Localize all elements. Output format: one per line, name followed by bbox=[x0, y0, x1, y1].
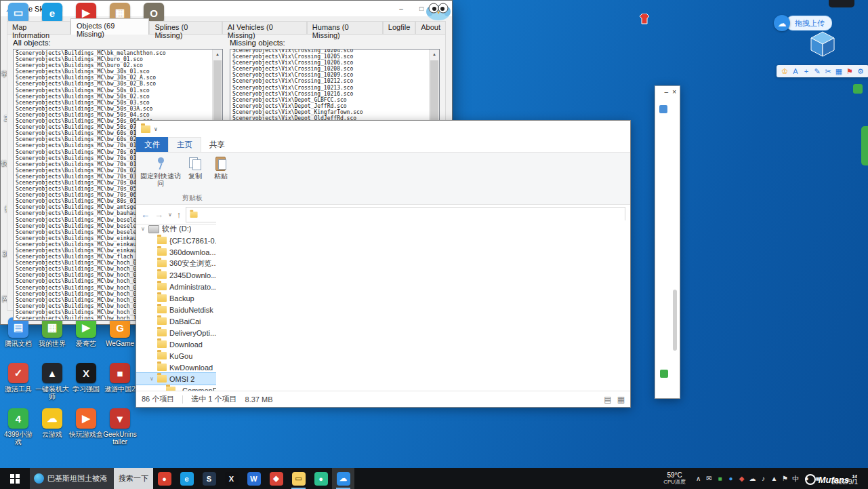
tree-item[interactable]: Download bbox=[136, 338, 216, 350]
gear-icon[interactable]: ⚙ bbox=[856, 65, 865, 77]
file-list-area[interactable] bbox=[216, 220, 630, 391]
list-item[interactable]: Sceneryobjects\Vix\Depot_GLBFCC.sco bbox=[232, 97, 429, 103]
list-item[interactable]: Sceneryobjects\Buildings_MC\buro_01.sco bbox=[16, 56, 212, 62]
list-item[interactable]: Sceneryobjects\Buildings_MC\buro_02.sco bbox=[16, 62, 212, 69]
side-mini-icon[interactable] bbox=[853, 84, 863, 94]
tree-item[interactable]: {CF1C7861-0... bbox=[136, 235, 216, 246]
list-item[interactable]: Sceneryobjects\Buildings_MC\bw_50s_03A.s… bbox=[16, 106, 212, 112]
desktop-icon[interactable]: ✓激活工具 bbox=[1, 363, 35, 406]
tree-item[interactable]: Backup bbox=[136, 292, 216, 304]
file-explorer[interactable]: ▭ bbox=[287, 468, 310, 489]
tree-item[interactable]: Administrato... bbox=[136, 281, 216, 292]
list-item[interactable]: Sceneryobjects\Buildings_MC\bk_melanchth… bbox=[16, 50, 212, 56]
details-view-icon[interactable]: ▤ bbox=[604, 395, 611, 404]
tab-humans-0-missing[interactable]: Humans (0 Missing) bbox=[307, 21, 383, 34]
owl-pet-icon[interactable] bbox=[424, 0, 453, 20]
list-item[interactable]: Sceneryobjects\Vix\Depot_KingfarTown.sco bbox=[232, 109, 429, 115]
tab-ai-vehicles-0-missing[interactable]: AI Vehicles (0 Missing) bbox=[222, 21, 307, 34]
close-icon[interactable]: × bbox=[672, 88, 676, 96]
list-item[interactable]: Sceneryobjects\Vix\Crossing_10205.sco bbox=[232, 54, 429, 60]
cube-icon[interactable] bbox=[810, 31, 835, 57]
explorer-title-bar[interactable]: ∨ bbox=[136, 121, 630, 137]
pinned-app-w[interactable]: W bbox=[243, 468, 265, 489]
tree-item[interactable]: ∨软件 (D:) bbox=[136, 223, 216, 235]
list-item[interactable]: Sceneryobjects\Vix\Crossing_10209.sco bbox=[232, 72, 429, 78]
ribbon-tab[interactable]: 共享 bbox=[201, 137, 233, 152]
tray-flag-icon[interactable]: ⚑ bbox=[781, 475, 789, 482]
tree-item[interactable]: 360downloa... bbox=[136, 246, 216, 258]
blue-sky-tool[interactable]: ☁ bbox=[332, 468, 354, 489]
desktop-icon[interactable]: ▶爱奇艺 bbox=[69, 317, 103, 361]
expand-arrow-icon[interactable]: ∨ bbox=[140, 226, 146, 232]
list-item[interactable]: Sceneryobjects\Vix\Crossing_10216.sco bbox=[232, 91, 429, 97]
tree-item[interactable]: BaiduNetdisk bbox=[136, 304, 216, 315]
flag-icon[interactable]: ⚑ bbox=[845, 65, 854, 77]
tree-item[interactable]: DaBaiCai bbox=[136, 315, 216, 327]
taskbar-search-box[interactable]: 巴基斯坦国土被淹 搜索一下 bbox=[30, 468, 153, 489]
list-item[interactable]: Sceneryobjects\Vix\Crossing_10212.sco bbox=[232, 78, 429, 84]
desktop-icon[interactable]: ▦我的世界 bbox=[35, 317, 69, 361]
list-item[interactable]: Sceneryobjects\Vix\Crossing_10208.sco bbox=[232, 66, 429, 72]
desktop-icon[interactable]: ▼GeekUninstaller bbox=[103, 408, 137, 452]
crown-icon[interactable]: ♔ bbox=[780, 65, 789, 77]
tab-map-information[interactable]: Map Information bbox=[7, 21, 70, 34]
tray-cloud-icon[interactable]: ☁ bbox=[748, 475, 757, 482]
tray-red-icon[interactable]: ◆ bbox=[737, 475, 746, 482]
tree-item[interactable]: ∨OMSI 2 bbox=[136, 373, 216, 385]
tab-logfile[interactable]: Logfile bbox=[383, 21, 415, 34]
search-button[interactable]: 搜索一下 bbox=[114, 468, 153, 489]
translate-icon[interactable]: A bbox=[791, 65, 800, 77]
list-item[interactable]: Sceneryobjects\Buildings_MC\bw_50s_04.sc… bbox=[16, 112, 212, 118]
scroll-up-icon[interactable]: ▲ bbox=[430, 50, 439, 59]
desktop-icon[interactable]: ▶快玩游戏盒 bbox=[69, 408, 103, 452]
list-item[interactable]: Sceneryobjects\Vix\Depot_JeffRd.sco bbox=[232, 103, 429, 109]
scrollbar[interactable] bbox=[673, 290, 677, 351]
scroll-up-icon[interactable]: ▲ bbox=[213, 50, 222, 59]
plus-icon[interactable]: + bbox=[802, 65, 811, 77]
upload-dropzone[interactable]: ☁ 拖拽上传 bbox=[774, 15, 832, 31]
desktop-icon[interactable]: ▲一键装机大师 bbox=[35, 363, 69, 406]
pinned-app-steam[interactable]: S bbox=[198, 468, 220, 489]
pin-button[interactable]: 固定到快速访问 bbox=[140, 155, 181, 187]
list-item[interactable]: Sceneryobjects\Buildings_MC\bw_30s_01.sc… bbox=[16, 69, 212, 75]
tray-up-icon[interactable]: ▲ bbox=[770, 475, 779, 482]
list-item[interactable]: Sceneryobjects\Buildings_MC\bw_50s_03.sc… bbox=[16, 100, 212, 106]
desktop-icon[interactable]: X学习强国 bbox=[69, 363, 103, 406]
paste-button[interactable]: 粘贴 bbox=[209, 155, 232, 187]
desktop-icon[interactable]: ■遨游中国2 bbox=[103, 363, 137, 406]
list-item[interactable]: Sceneryobjects\Buildings_MC\bw_50s_01.sc… bbox=[16, 87, 212, 94]
desktop-icon[interactable]: 44399小游戏 bbox=[1, 408, 35, 452]
minimize-icon[interactable]: – bbox=[665, 88, 669, 96]
expand-arrow-icon[interactable]: ∨ bbox=[149, 376, 154, 382]
ribbon-tab[interactable]: 主页 bbox=[168, 137, 201, 152]
scroll-thumb[interactable] bbox=[213, 60, 222, 128]
pinned-app-teal[interactable]: ● bbox=[310, 468, 332, 489]
tab-about[interactable]: About bbox=[415, 21, 446, 34]
list-item[interactable]: Sceneryobjects\Vix\Crossing_10206.sco bbox=[232, 60, 429, 66]
desktop-icon[interactable]: ☁云游戏 bbox=[35, 408, 69, 452]
grid-icon[interactable]: ▦ bbox=[834, 65, 844, 77]
tree-item[interactable]: 2345Downlo... bbox=[136, 269, 216, 281]
tab-splines-0-missing[interactable]: Splines (0 Missing) bbox=[149, 21, 222, 34]
tray-mail-icon[interactable]: ✉ bbox=[705, 475, 714, 482]
tab-objects-69-missing[interactable]: Objects (69 Missing) bbox=[70, 18, 149, 35]
tray-green-icon[interactable]: ■ bbox=[716, 475, 724, 482]
list-item[interactable]: Sceneryobjects\Buildings_MC\bw_50s_02.sc… bbox=[16, 94, 212, 100]
tray-chevron-icon[interactable]: ∧ bbox=[694, 475, 703, 482]
pencil-icon[interactable]: ✎ bbox=[812, 65, 822, 77]
copy-button[interactable]: 复制 bbox=[184, 155, 207, 187]
list-item[interactable]: Sceneryobjects\Buildings_MC\bw_30s_02_B.… bbox=[16, 81, 212, 87]
thumbnail-view-icon[interactable]: ▦ bbox=[617, 395, 625, 404]
list-item[interactable]: Sceneryobjects\Buildings_MC\bw_30s_02_A.… bbox=[16, 75, 212, 81]
minimize-button[interactable]: – bbox=[391, 1, 411, 16]
pinned-app-x[interactable]: X bbox=[220, 468, 243, 489]
tray-music-icon[interactable]: ♪ bbox=[759, 475, 768, 482]
back-button[interactable]: ← bbox=[141, 210, 150, 220]
tree-item[interactable]: KwDownload bbox=[136, 361, 216, 373]
up-button[interactable]: ↑ bbox=[177, 210, 182, 220]
desktop-icon[interactable]: GWeGame bbox=[103, 317, 137, 361]
shirt-icon[interactable] bbox=[638, 14, 650, 24]
quick-access-arrow-icon[interactable]: ∨ bbox=[154, 126, 158, 132]
pinned-app-red[interactable]: ● bbox=[153, 468, 175, 489]
scissors-icon[interactable]: ✂ bbox=[823, 65, 833, 77]
